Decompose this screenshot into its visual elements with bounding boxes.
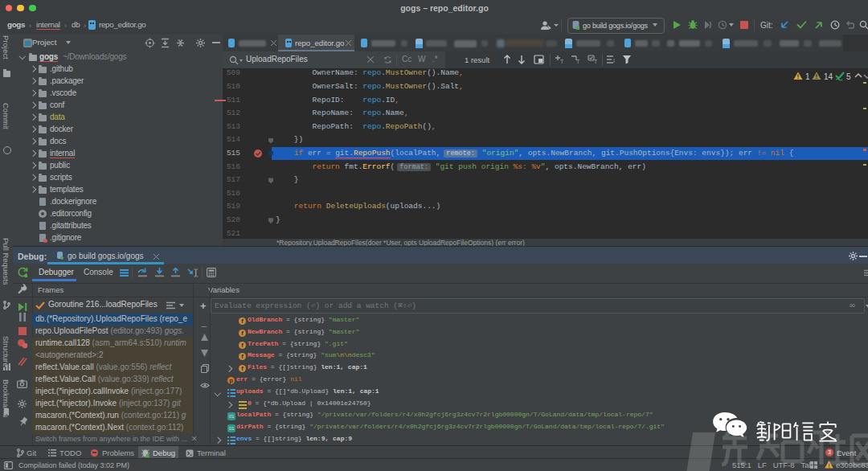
svg-text:14: 14 — [824, 72, 833, 81]
svg-text:5: 5 — [846, 72, 851, 81]
svg-text:T: T — [594, 59, 598, 64]
svg-text:I: I — [613, 58, 615, 63]
svg-text:T: T — [576, 59, 580, 64]
svg-text:1: 1 — [805, 72, 810, 81]
svg-text:T: T — [560, 59, 564, 64]
